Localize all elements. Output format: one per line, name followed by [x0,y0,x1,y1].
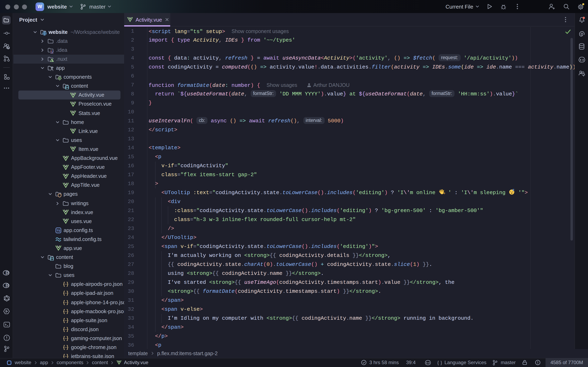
svg-text:R: R [5,283,9,288]
svg-text:J: J [52,50,54,53]
svg-text:I: I [51,50,52,53]
svg-text:R: R [5,270,9,276]
svg-text:TS: TS [56,229,60,232]
